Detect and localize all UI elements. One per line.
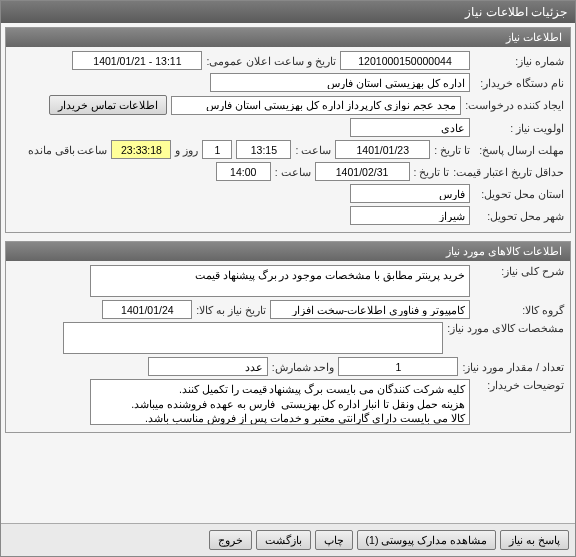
need-info-header: اطلاعات نیاز xyxy=(6,28,570,47)
time-label-1: ساعت : xyxy=(295,144,331,156)
requester-label: ایجاد کننده درخواست: xyxy=(465,99,564,111)
time-label-2: ساعت : xyxy=(275,166,311,178)
row-city: شهر محل تحویل: xyxy=(12,206,564,225)
contact-buyer-button[interactable]: اطلاعات تماس خریدار xyxy=(49,95,167,115)
attachments-button[interactable]: مشاهده مدارک پیوستی (1) xyxy=(357,530,497,550)
goods-info-body: شرح کلی نیاز: گروه کالا: تاریخ نیاز به ک… xyxy=(6,261,570,432)
need-number-label: شماره نیاز: xyxy=(474,55,564,67)
delivery-city-label: شهر محل تحویل: xyxy=(474,210,564,222)
row-qty: تعداد / مقدار مورد نیاز: واحد شمارش: xyxy=(12,357,564,376)
row-need-number: شماره نیاز: تاریخ و ساعت اعلان عمومی: xyxy=(12,51,564,70)
spacer xyxy=(1,437,575,523)
remaining-label: ساعت باقی مانده xyxy=(28,144,108,156)
specs-input[interactable] xyxy=(63,322,443,354)
goods-info-header: اطلاعات کالاهای مورد نیاز xyxy=(6,242,570,261)
buyer-org-label: نام دستگاه خریدار: xyxy=(474,77,564,89)
exit-button[interactable]: خروج xyxy=(209,530,252,550)
overall-desc-input[interactable] xyxy=(90,265,470,297)
delivery-city-input[interactable] xyxy=(350,206,470,225)
print-button[interactable]: چاپ xyxy=(315,530,353,550)
row-validity: حداقل تاریخ اعتبار قیمت: تا تاریخ : ساعت… xyxy=(12,162,564,181)
delivery-province-input[interactable] xyxy=(350,184,470,203)
row-province: استان محل تحویل: xyxy=(12,184,564,203)
row-buyer-org: نام دستگاه خریدار: xyxy=(12,73,564,92)
row-buyer-notes: توضیحات خریدار: xyxy=(12,379,564,425)
overall-desc-label: شرح کلی نیاز: xyxy=(474,265,564,277)
need-date-input[interactable] xyxy=(102,300,192,319)
row-reply-deadline: مهلت ارسال پاسخ: تا تاریخ : ساعت : روز و… xyxy=(12,140,564,159)
row-overall-desc: شرح کلی نیاز: xyxy=(12,265,564,297)
to-date-label-2: تا تاریخ : xyxy=(414,166,450,178)
window-title: جزئیات اطلاعات نیاز xyxy=(465,5,567,19)
validity-time-input[interactable] xyxy=(216,162,271,181)
buyer-notes-label: توضیحات خریدار: xyxy=(474,379,564,391)
to-date-label-1: تا تاریخ : xyxy=(434,144,470,156)
window-title-bar: جزئیات اطلاعات نیاز xyxy=(1,1,575,23)
qty-input[interactable] xyxy=(338,357,458,376)
validity-date-input[interactable] xyxy=(315,162,410,181)
row-requester: ایجاد کننده درخواست: اطلاعات تماس خریدار xyxy=(12,95,564,115)
announce-input[interactable] xyxy=(72,51,202,70)
need-info-body: شماره نیاز: تاریخ و ساعت اعلان عمومی: نا… xyxy=(6,47,570,232)
priority-label: اولویت نیاز : xyxy=(474,122,564,134)
footer-bar: پاسخ به نیاز مشاهده مدارک پیوستی (1) چاپ… xyxy=(1,523,575,556)
announce-label: تاریخ و ساعت اعلان عمومی: xyxy=(206,55,336,67)
days-input[interactable] xyxy=(202,140,232,159)
main-window: جزئیات اطلاعات نیاز اطلاعات نیاز شماره ن… xyxy=(0,0,576,557)
days-label: روز و xyxy=(175,144,198,156)
qty-label: تعداد / مقدار مورد نیاز: xyxy=(462,361,564,373)
delivery-province-label: استان محل تحویل: xyxy=(474,188,564,200)
unit-label: واحد شمارش: xyxy=(272,361,335,373)
goods-info-panel: اطلاعات کالاهای مورد نیاز شرح کلی نیاز: … xyxy=(5,241,571,433)
need-date-label: تاریخ نیاز به کالا: xyxy=(196,304,266,316)
goods-group-input[interactable] xyxy=(270,300,470,319)
row-priority: اولویت نیاز : xyxy=(12,118,564,137)
priority-input[interactable] xyxy=(350,118,470,137)
need-number-input[interactable] xyxy=(340,51,470,70)
reply-date-input[interactable] xyxy=(335,140,430,159)
back-button[interactable]: بازگشت xyxy=(256,530,311,550)
row-goods-group: گروه کالا: تاریخ نیاز به کالا: xyxy=(12,300,564,319)
remaining-time-input[interactable] xyxy=(111,140,171,159)
buyer-org-input[interactable] xyxy=(210,73,470,92)
goods-group-label: گروه کالا: xyxy=(474,304,564,316)
specs-label: مشخصات کالای مورد نیاز: xyxy=(447,322,564,334)
min-validity-label: حداقل تاریخ اعتبار قیمت: xyxy=(453,166,564,178)
reply-button[interactable]: پاسخ به نیاز xyxy=(500,530,569,550)
need-info-panel: اطلاعات نیاز شماره نیاز: تاریخ و ساعت اع… xyxy=(5,27,571,233)
unit-input[interactable] xyxy=(148,357,268,376)
buyer-notes-input[interactable] xyxy=(90,379,470,425)
requester-input[interactable] xyxy=(171,96,461,115)
reply-deadline-label: مهلت ارسال پاسخ: xyxy=(474,144,564,156)
reply-time-input[interactable] xyxy=(236,140,291,159)
row-specs: مشخصات کالای مورد نیاز: xyxy=(12,322,564,354)
